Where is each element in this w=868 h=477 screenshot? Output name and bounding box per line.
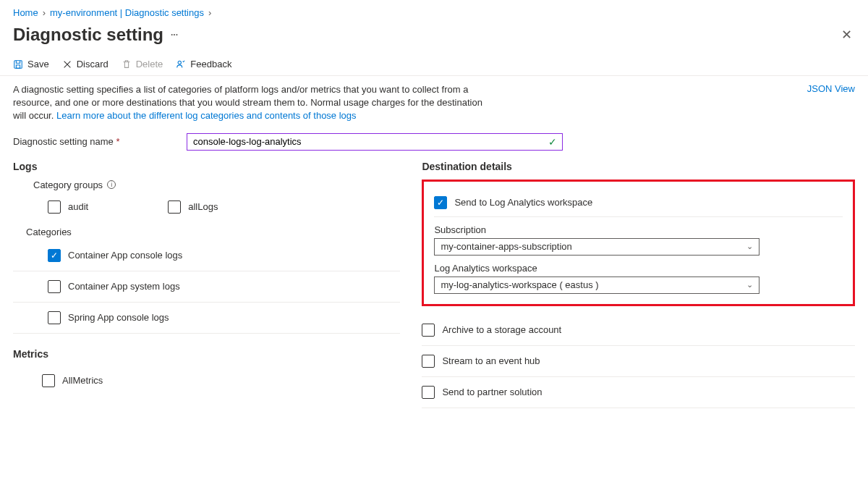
checkbox-box <box>48 280 61 293</box>
chevron-down-icon: ⌄ <box>746 280 753 290</box>
subscription-value: my-container-apps-subscription <box>441 241 571 252</box>
required-asterisk: * <box>116 136 119 147</box>
checkbox-container-system-logs[interactable]: Container App system logs <box>13 271 400 303</box>
info-icon[interactable]: i <box>107 180 116 189</box>
metrics-title: Metrics <box>13 348 400 360</box>
dest-log-analytics: ✓ Send to Log Analytics workspace <box>434 189 843 217</box>
destination-title: Destination details <box>422 161 855 172</box>
categories-label: Categories <box>26 227 400 237</box>
delete-label: Delete <box>136 59 163 69</box>
discard-icon <box>62 59 72 69</box>
svg-rect-1 <box>16 64 20 67</box>
checkbox-label: Container App console logs <box>68 250 182 261</box>
save-label: Save <box>27 59 49 69</box>
toolbar: Save Discard Delete Feedback <box>0 54 868 76</box>
checkbox-container-console-logs[interactable]: ✓ Container App console logs <box>13 240 400 271</box>
page-header: Diagnostic setting ··· ✕ <box>0 21 868 54</box>
checkbox-alllogs[interactable]: allLogs <box>168 193 218 221</box>
chevron-right-icon: › <box>208 7 211 18</box>
close-icon[interactable]: ✕ <box>838 24 855 46</box>
checkbox-label: Spring App console logs <box>68 312 169 323</box>
save-icon <box>13 59 23 69</box>
subscription-field: Subscription my-container-apps-subscript… <box>434 224 843 256</box>
checkbox-label: Container App system logs <box>68 281 180 292</box>
categories-list: ✓ Container App console logs Container A… <box>13 240 400 334</box>
checkbox-event-hub[interactable]: Stream to an event hub <box>422 355 855 368</box>
checkbox-label: AllMetrics <box>62 375 103 386</box>
workspace-value: my-log-analytics-workspace ( eastus ) <box>441 279 598 290</box>
more-icon[interactable]: ··· <box>171 30 178 40</box>
category-groups: audit allLogs <box>13 193 400 221</box>
category-groups-text: Category groups <box>33 180 103 190</box>
learn-more-link[interactable]: Learn more about the different log categ… <box>56 110 357 121</box>
checkbox-box <box>48 200 61 214</box>
checkbox-label: allLogs <box>188 201 218 212</box>
checkbox-box <box>42 374 55 387</box>
dest-event-hub: Stream to an event hub <box>422 346 855 377</box>
logs-title: Logs <box>13 161 400 172</box>
diagnostic-setting-name-input[interactable] <box>187 133 563 151</box>
delete-icon <box>122 59 132 69</box>
page-title: Diagnostic setting ··· <box>13 25 178 45</box>
checkbox-box: ✓ <box>48 249 61 262</box>
subscription-label: Subscription <box>434 224 843 235</box>
delete-button: Delete <box>122 59 163 69</box>
checkbox-audit[interactable]: audit <box>48 193 88 221</box>
checkbox-box: ✓ <box>434 196 447 209</box>
category-groups-label: Category groups i <box>33 180 400 190</box>
dest-partner-solution: Send to partner solution <box>422 377 855 408</box>
checkbox-label: Send to Log Analytics workspace <box>454 197 592 208</box>
name-row: Diagnostic setting name * ✓ <box>0 127 868 161</box>
feedback-button[interactable]: Feedback <box>176 59 231 69</box>
other-destinations: Archive to a storage account Stream to a… <box>422 315 855 408</box>
checkbox-spring-console-logs[interactable]: Spring App console logs <box>13 303 400 334</box>
destination-column: Destination details ✓ Send to Log Analyt… <box>422 161 855 408</box>
checkbox-box <box>168 200 181 214</box>
log-analytics-highlight: ✓ Send to Log Analytics workspace Subscr… <box>422 180 855 306</box>
checkbox-label: Stream to an event hub <box>442 355 540 366</box>
chevron-right-icon: › <box>43 7 46 18</box>
dest-archive-storage: Archive to a storage account <box>422 315 855 346</box>
workspace-label: Log Analytics workspace <box>434 263 843 274</box>
breadcrumb: Home › my-environment | Diagnostic setti… <box>0 0 868 21</box>
checkbox-box <box>48 311 61 324</box>
name-label: Diagnostic setting name * <box>13 136 172 147</box>
description-text: A diagnostic setting specifies a list of… <box>13 83 490 123</box>
discard-label: Discard <box>77 59 109 69</box>
checkbox-allmetrics[interactable]: AllMetrics <box>13 367 400 394</box>
chevron-down-icon: ⌄ <box>746 242 753 251</box>
name-input-wrap: ✓ <box>187 133 563 151</box>
checkbox-box <box>422 355 435 368</box>
breadcrumb-env[interactable]: my-environment | Diagnostic settings <box>50 7 204 18</box>
main-content: Logs Category groups i audit allLogs Cat… <box>0 161 868 408</box>
name-label-text: Diagnostic setting name <box>13 136 114 147</box>
checkbox-box <box>422 386 435 399</box>
checkbox-partner-solution[interactable]: Send to partner solution <box>422 386 855 399</box>
checkbox-archive-storage[interactable]: Archive to a storage account <box>422 324 855 337</box>
discard-button[interactable]: Discard <box>62 59 109 69</box>
svg-rect-0 <box>14 60 22 68</box>
svg-point-2 <box>178 61 181 64</box>
workspace-select[interactable]: my-log-analytics-workspace ( eastus ) ⌄ <box>434 277 760 294</box>
json-view-link[interactable]: JSON View <box>807 83 855 94</box>
feedback-label: Feedback <box>190 59 231 69</box>
feedback-icon <box>176 59 186 69</box>
validation-check-icon: ✓ <box>548 136 557 148</box>
workspace-field: Log Analytics workspace my-log-analytics… <box>434 263 843 294</box>
logs-column: Logs Category groups i audit allLogs Cat… <box>13 161 400 408</box>
breadcrumb-home[interactable]: Home <box>13 7 38 18</box>
checkbox-label: Archive to a storage account <box>442 324 561 335</box>
checkbox-send-log-analytics[interactable]: ✓ Send to Log Analytics workspace <box>434 196 843 209</box>
subscription-select[interactable]: my-container-apps-subscription ⌄ <box>434 238 760 256</box>
checkbox-label: audit <box>68 201 88 212</box>
metrics-section: Metrics AllMetrics <box>13 348 400 394</box>
save-button[interactable]: Save <box>13 59 49 69</box>
description-row: A diagnostic setting specifies a list of… <box>0 76 868 127</box>
page-title-text: Diagnostic setting <box>13 25 163 45</box>
checkbox-label: Send to partner solution <box>442 387 542 397</box>
checkbox-box <box>422 324 435 337</box>
